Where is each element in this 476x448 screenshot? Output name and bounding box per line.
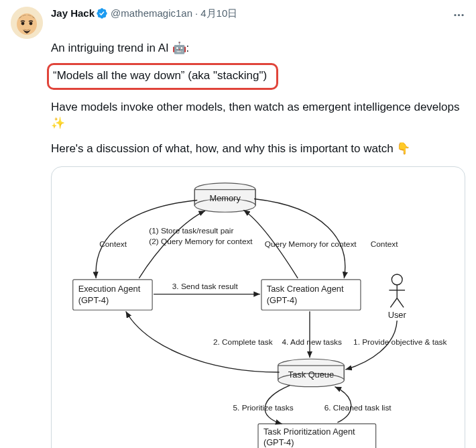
robot-emoji: 🤖 bbox=[172, 42, 186, 54]
edge-complete: 2. Complete task bbox=[213, 337, 273, 347]
create-l1: Task Creation Agent bbox=[267, 284, 344, 294]
display-name[interactable]: Jay Hack bbox=[51, 7, 95, 20]
ellipsis-icon bbox=[453, 9, 465, 21]
svg-point-1 bbox=[457, 13, 459, 15]
avatar[interactable] bbox=[11, 7, 43, 39]
user-handle[interactable]: @mathemagic1an bbox=[111, 7, 192, 20]
svg-point-14 bbox=[392, 274, 402, 285]
text-line-3: Have models invoke other models, then wa… bbox=[51, 101, 460, 113]
prior-l1: Task Prioritization Agent bbox=[263, 427, 355, 437]
highlight-text: “Models all the way down” (aka "stacking… bbox=[53, 69, 267, 82]
edge-store-l1: (1) Store task/result pair bbox=[149, 226, 233, 235]
edge-query-mem: Query Memory for context bbox=[265, 239, 357, 249]
svg-line-17 bbox=[390, 298, 397, 307]
tweet-header: Jay Hack @mathemagic1an · 4月10日 bbox=[11, 7, 465, 39]
svg-point-2 bbox=[461, 13, 463, 15]
edge-provide: 1. Provide objective & task bbox=[353, 337, 447, 347]
edge-context-right: Context bbox=[371, 239, 398, 249]
edge-context-left: Context bbox=[99, 239, 127, 249]
svg-point-5 bbox=[21, 22, 25, 25]
edge-add-new: 4. Add new tasks bbox=[282, 337, 343, 347]
svg-line-18 bbox=[397, 298, 404, 307]
memory-node: Memory bbox=[194, 183, 255, 212]
text-line-4: Here's a discussion of what, how, and wh… bbox=[51, 142, 396, 155]
architecture-diagram: Memory Execution Agent (GPT-4) Task Crea… bbox=[60, 174, 457, 448]
edge-prioritize: 5. Prioritize tasks bbox=[233, 403, 294, 412]
task-queue-node: Task Queue bbox=[278, 359, 345, 386]
tweet-body: An intriguing trend in AI 🤖: “Models all… bbox=[51, 40, 465, 448]
more-options-button[interactable] bbox=[452, 8, 465, 21]
tweet-text: An intriguing trend in AI 🤖: “Models all… bbox=[51, 40, 465, 157]
user-label: User bbox=[388, 310, 407, 320]
author-line: Jay Hack @mathemagic1an · 4月10日 bbox=[51, 7, 237, 20]
svg-point-6 bbox=[29, 22, 33, 25]
edge-store-l2: (2) Query Memory for context bbox=[149, 237, 253, 246]
svg-point-0 bbox=[454, 13, 456, 15]
tweet-media-card[interactable]: Memory Execution Agent (GPT-4) Task Crea… bbox=[51, 166, 465, 448]
tweet-date[interactable]: 4月10日 bbox=[200, 7, 237, 20]
exec-l2: (GPT-4) bbox=[78, 295, 109, 305]
exec-l1: Execution Agent bbox=[78, 284, 141, 294]
edge-send-task: 3. Send task result bbox=[172, 282, 239, 291]
execution-agent-node: Execution Agent (GPT-4) bbox=[73, 280, 152, 310]
sparkles-emoji: ✨ bbox=[51, 117, 65, 129]
point-down-emoji: 👇 bbox=[396, 142, 410, 155]
task-creation-agent-node: Task Creation Agent (GPT-4) bbox=[261, 280, 361, 310]
queue-label: Task Queue bbox=[288, 370, 334, 380]
tweet-container: Jay Hack @mathemagic1an · 4月10日 An intri… bbox=[0, 0, 476, 448]
user-node: User bbox=[388, 274, 407, 320]
highlighted-quote: “Models all the way down” (aka "stacking… bbox=[47, 63, 278, 90]
create-l2: (GPT-4) bbox=[267, 295, 298, 305]
verified-badge-icon bbox=[96, 7, 108, 19]
task-prioritization-agent-node: Task Prioritization Agent (GPT-4) bbox=[258, 424, 376, 448]
edge-cleaned: 6. Cleaned task list bbox=[324, 403, 392, 412]
prior-l2: (GPT-4) bbox=[263, 437, 294, 447]
separator-dot: · bbox=[195, 7, 198, 20]
avatar-image bbox=[11, 7, 43, 39]
text-line-1a: An intriguing trend in AI bbox=[51, 42, 172, 54]
text-line-1b: : bbox=[186, 42, 190, 54]
memory-label: Memory bbox=[210, 193, 241, 203]
